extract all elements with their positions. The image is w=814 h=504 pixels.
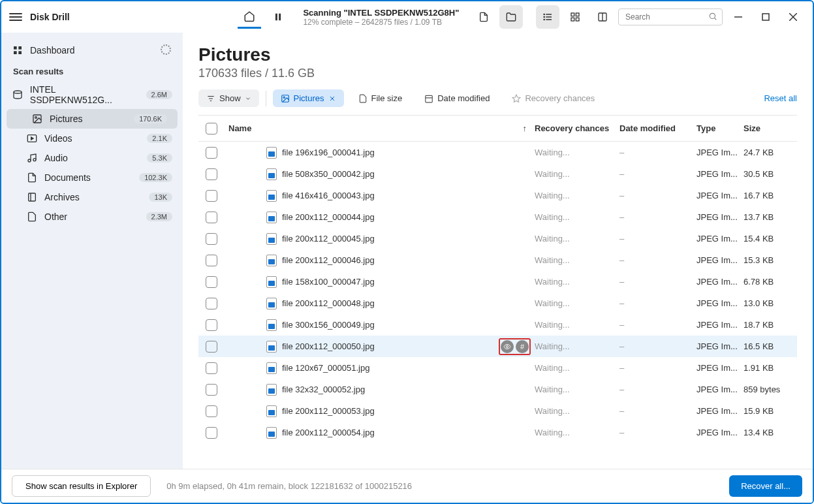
row-checkbox[interactable] bbox=[206, 190, 217, 202]
row-checkbox[interactable] bbox=[206, 298, 217, 309]
sidebar-item-archives[interactable]: Archives13K bbox=[1, 187, 183, 207]
row-checkbox[interactable] bbox=[206, 362, 217, 374]
recovery-status: Waiting... bbox=[535, 212, 619, 222]
table-row[interactable]: file 32x32_000052.jpgWaiting...–JPEG Im.… bbox=[198, 379, 797, 400]
count-badge: 2.6M bbox=[146, 90, 172, 99]
table-row[interactable]: file 200x112_000046.jpgWaiting...–JPEG I… bbox=[198, 249, 797, 271]
chevron-down-icon bbox=[245, 95, 251, 102]
file-name: file 200x112_000044.jpg bbox=[282, 212, 375, 222]
count-badge: 13K bbox=[149, 193, 172, 202]
table-row[interactable]: file 200x112_000044.jpgWaiting...–JPEG I… bbox=[198, 206, 797, 228]
pictures-filter[interactable]: Pictures bbox=[273, 89, 344, 107]
column-size[interactable]: Size bbox=[744, 123, 797, 133]
row-checkbox[interactable] bbox=[206, 168, 217, 180]
date-modified: – bbox=[619, 212, 697, 222]
table-row[interactable]: file 120x67_000051.jpgWaiting...–JPEG Im… bbox=[198, 357, 797, 379]
sidebar-item-label: INTEL SSDPEKNW512G... bbox=[30, 84, 140, 105]
file-icon bbox=[26, 211, 38, 223]
pause-button[interactable] bbox=[266, 5, 290, 29]
file-name: file 200x112_000054.jpg bbox=[282, 428, 375, 437]
file-type: JPEG Im... bbox=[697, 385, 744, 394]
recovery-chances-filter[interactable]: Recovery chances bbox=[504, 89, 603, 107]
scan-subtitle: 12% complete – 2642875 files / 1.09 TB bbox=[303, 18, 459, 27]
table-row[interactable]: file 158x100_000047.jpgWaiting...–JPEG I… bbox=[198, 271, 797, 292]
row-checkbox[interactable] bbox=[206, 405, 217, 417]
row-checkbox[interactable] bbox=[206, 276, 217, 288]
table-row[interactable]: file 200x112_000054.jpgWaiting...–JPEG I… bbox=[198, 422, 797, 443]
preview-icon[interactable] bbox=[501, 340, 514, 353]
table-row[interactable]: file 300x156_000049.jpgWaiting...–JPEG I… bbox=[198, 314, 797, 336]
select-all-checkbox[interactable] bbox=[206, 123, 217, 134]
file-size-filter[interactable]: File size bbox=[351, 89, 411, 107]
row-checkbox[interactable] bbox=[206, 427, 217, 439]
row-checkbox[interactable] bbox=[206, 212, 217, 223]
table-row[interactable]: file 508x350_000042.jpgWaiting...–JPEG I… bbox=[198, 163, 797, 185]
file-icon[interactable] bbox=[472, 5, 495, 29]
row-checkbox[interactable] bbox=[206, 233, 217, 245]
table-row[interactable]: file 200x112_000053.jpgWaiting...–JPEG I… bbox=[198, 400, 797, 422]
svg-rect-11 bbox=[576, 18, 579, 21]
row-checkbox[interactable] bbox=[206, 341, 217, 353]
search-input[interactable] bbox=[618, 8, 723, 25]
table-row[interactable]: file 196x196_000041.jpgWaiting...–JPEG I… bbox=[198, 142, 797, 163]
app-title: Disk Drill bbox=[30, 12, 70, 22]
count-badge: 170.6K bbox=[134, 114, 167, 123]
file-type-icon bbox=[266, 190, 277, 202]
file-size: 18.7 KB bbox=[744, 320, 797, 330]
svg-rect-20 bbox=[14, 46, 17, 50]
column-type[interactable]: Type bbox=[697, 123, 744, 133]
file-name: file 200x112_000045.jpg bbox=[282, 234, 375, 244]
recover-all-button[interactable]: Recover all... bbox=[729, 475, 802, 497]
sidebar-item-other[interactable]: Other2.3M bbox=[1, 207, 183, 227]
column-name[interactable]: Name↑ bbox=[225, 123, 535, 133]
show-in-explorer-button[interactable]: Show scan results in Explorer bbox=[12, 475, 151, 497]
show-filter[interactable]: Show bbox=[198, 89, 259, 107]
sidebar-item-label: Archives bbox=[44, 192, 80, 202]
sidebar-item-pictures[interactable]: Pictures170.6K bbox=[7, 109, 178, 129]
count-badge: 5.3K bbox=[147, 153, 172, 163]
row-checkbox[interactable] bbox=[206, 384, 217, 396]
grid-view-icon[interactable] bbox=[563, 5, 587, 29]
close-icon[interactable] bbox=[328, 95, 336, 102]
recovery-status: Waiting... bbox=[535, 406, 619, 416]
table-row[interactable]: file 200x112_000050.jpg#Waiting...–JPEG … bbox=[198, 336, 797, 357]
svg-rect-9 bbox=[576, 13, 579, 16]
svg-point-14 bbox=[710, 13, 715, 18]
file-name: file 200x112_000053.jpg bbox=[282, 406, 375, 416]
reset-all-link[interactable]: Reset all bbox=[764, 93, 797, 103]
dashboard-icon bbox=[12, 44, 23, 56]
list-view-icon[interactable] bbox=[536, 5, 559, 29]
menu-icon[interactable] bbox=[9, 10, 22, 24]
file-type: JPEG Im... bbox=[697, 191, 744, 200]
row-checkbox[interactable] bbox=[206, 255, 217, 266]
table-row[interactable]: file 200x112_000045.jpgWaiting...–JPEG I… bbox=[198, 228, 797, 249]
date-modified-filter[interactable]: Date modified bbox=[416, 89, 497, 107]
date-modified: – bbox=[619, 191, 697, 200]
sidebar-item-documents[interactable]: Documents102.3K bbox=[1, 168, 183, 187]
column-date[interactable]: Date modified bbox=[619, 123, 697, 133]
table-row[interactable]: file 200x112_000048.jpgWaiting...–JPEG I… bbox=[198, 292, 797, 314]
date-modified: – bbox=[619, 298, 697, 308]
minimize-button[interactable] bbox=[727, 5, 750, 29]
table-row[interactable]: file 416x416_000043.jpgWaiting...–JPEG I… bbox=[198, 185, 797, 206]
svg-rect-21 bbox=[18, 46, 22, 50]
sidebar-item-dashboard[interactable]: Dashboard bbox=[1, 40, 183, 60]
date-modified: – bbox=[619, 363, 697, 373]
close-button[interactable] bbox=[781, 5, 805, 29]
file-type-icon bbox=[266, 384, 277, 396]
sidebar-item-audio[interactable]: Audio5.3K bbox=[1, 148, 183, 168]
maximize-button[interactable] bbox=[754, 5, 777, 29]
sidebar-item-videos[interactable]: Videos2.1K bbox=[1, 129, 183, 148]
hex-icon[interactable]: # bbox=[516, 340, 529, 353]
row-checkbox[interactable] bbox=[206, 319, 217, 331]
file-size: 15.9 KB bbox=[744, 406, 797, 416]
panel-view-icon[interactable] bbox=[591, 5, 614, 29]
file-size: 30.5 KB bbox=[744, 169, 797, 179]
folder-icon[interactable] bbox=[499, 5, 523, 29]
sidebar-item-intelssdpeknwg[interactable]: INTEL SSDPEKNW512G...2.6M bbox=[1, 80, 183, 109]
row-checkbox[interactable] bbox=[206, 147, 217, 159]
column-recovery[interactable]: Recovery chances bbox=[535, 123, 619, 133]
home-button[interactable] bbox=[238, 5, 261, 29]
file-size: 6.78 KB bbox=[744, 277, 797, 287]
file-type: JPEG Im... bbox=[697, 234, 744, 244]
